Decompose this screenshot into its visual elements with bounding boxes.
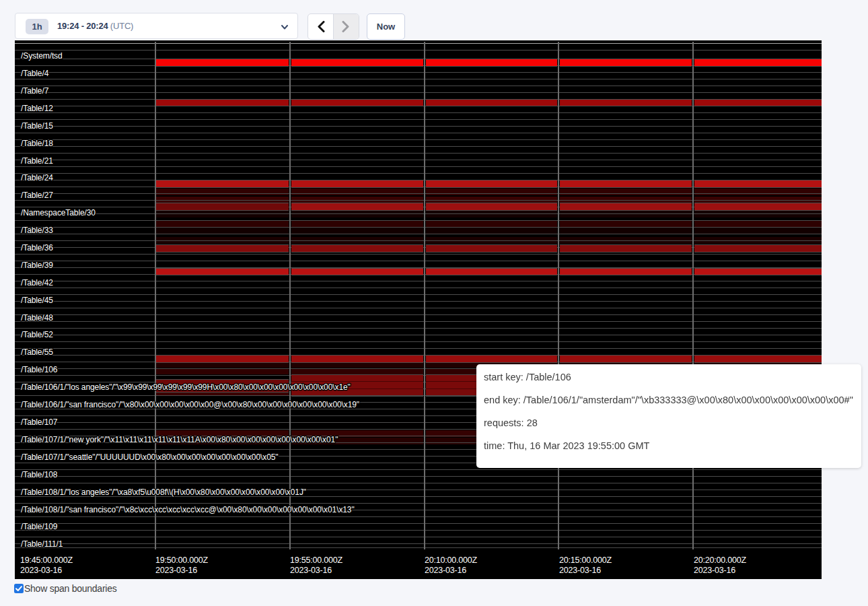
svg-text:/Table/109: /Table/109 bbox=[21, 522, 58, 531]
svg-text:/Table/21: /Table/21 bbox=[21, 156, 53, 166]
svg-text:/Table/111/1: /Table/111/1 bbox=[21, 539, 63, 549]
svg-text:/Table/55: /Table/55 bbox=[21, 347, 53, 357]
svg-text:2023-03-16: 2023-03-16 bbox=[20, 566, 62, 575]
svg-text:/Table/18: /Table/18 bbox=[21, 139, 53, 148]
svg-text:/Table/106: /Table/106 bbox=[21, 365, 58, 374]
svg-text:/Table/106/1/"los angeles"/"\x: /Table/106/1/"los angeles"/"\x99\x99\x99… bbox=[21, 382, 351, 392]
svg-text:2023-03-16: 2023-03-16 bbox=[290, 566, 332, 575]
svg-text:/Table/108: /Table/108 bbox=[21, 470, 58, 479]
svg-text:/Table/106/1/"san francisco"/": /Table/106/1/"san francisco"/"\x80\x00\x… bbox=[21, 400, 359, 409]
svg-text:/Table/4: /Table/4 bbox=[21, 69, 49, 78]
svg-text:/Table/7: /Table/7 bbox=[21, 86, 49, 96]
svg-text:/Table/107/1/"seattle"/"UUUUUU: /Table/107/1/"seattle"/"UUUUUUD\x00\x80\… bbox=[21, 452, 278, 462]
svg-text:/Table/45: /Table/45 bbox=[21, 296, 53, 305]
svg-text:/Table/108/1/"san francisco"/": /Table/108/1/"san francisco"/"\x8c\xcc\x… bbox=[21, 505, 355, 514]
svg-text:/Table/107/1/"new york"/"\x11\: /Table/107/1/"new york"/"\x11\x11\x11\x1… bbox=[21, 435, 338, 444]
svg-text:/Table/48: /Table/48 bbox=[21, 313, 53, 323]
svg-text:2023-03-16: 2023-03-16 bbox=[425, 566, 466, 575]
svg-text:20:10:00.000Z: 20:10:00.000Z bbox=[425, 556, 478, 565]
svg-text:/Table/12: /Table/12 bbox=[21, 104, 53, 113]
svg-text:/Table/52: /Table/52 bbox=[21, 330, 53, 339]
svg-text:/Table/107: /Table/107 bbox=[21, 417, 58, 427]
svg-text:2023-03-16: 2023-03-16 bbox=[694, 566, 735, 575]
svg-text:/Table/33: /Table/33 bbox=[21, 226, 53, 235]
svg-text:/Table/42: /Table/42 bbox=[21, 278, 53, 288]
svg-text:/Table/108/1/"los angeles"/"\x: /Table/108/1/"los angeles"/"\xa8\xf5\u00… bbox=[21, 487, 306, 497]
svg-text:19:45:00.000Z: 19:45:00.000Z bbox=[20, 556, 73, 565]
svg-text:2023-03-16: 2023-03-16 bbox=[155, 566, 197, 575]
svg-text:/Table/15: /Table/15 bbox=[21, 121, 53, 131]
svg-text:19:55:00.000Z: 19:55:00.000Z bbox=[290, 556, 343, 565]
svg-text:/Table/27: /Table/27 bbox=[21, 191, 53, 200]
svg-text:/Table/39: /Table/39 bbox=[21, 261, 53, 270]
svg-text:/Table/36: /Table/36 bbox=[21, 243, 53, 252]
svg-text:2023-03-16: 2023-03-16 bbox=[559, 566, 601, 575]
svg-text:/Table/24: /Table/24 bbox=[21, 173, 53, 182]
svg-text:/System/tsd: /System/tsd bbox=[21, 51, 63, 61]
svg-text:20:20:00.000Z: 20:20:00.000Z bbox=[694, 556, 747, 565]
svg-text:19:50:00.000Z: 19:50:00.000Z bbox=[155, 556, 209, 565]
svg-text:/NamespaceTable/30: /NamespaceTable/30 bbox=[21, 208, 96, 217]
svg-text:20:15:00.000Z: 20:15:00.000Z bbox=[559, 556, 612, 565]
